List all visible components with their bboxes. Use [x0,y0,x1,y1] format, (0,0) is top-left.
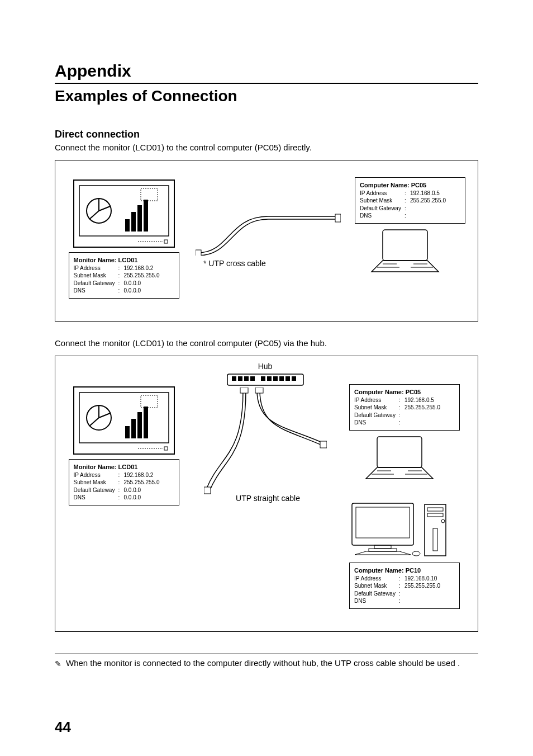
svg-rect-37 [250,376,255,381]
svg-rect-54 [356,507,410,538]
monitor-block: Monitor Name: LCD01 IP Address:192.168.0… [66,177,181,299]
svg-rect-32 [164,447,168,450]
svg-rect-46 [204,487,211,494]
page-root: Appendix Examples of Connection Direct c… [0,0,533,756]
desktop-icon [349,498,450,559]
svg-rect-9 [137,205,142,231]
page-number: 44 [55,719,71,736]
svg-rect-12 [164,240,168,243]
svg-rect-14 [335,214,341,222]
figure-direct: Monitor Name: LCD01 IP Address:192.168.0… [55,160,478,322]
heading-appendix: Appendix [55,62,478,81]
svg-rect-59 [427,508,443,511]
svg-rect-30 [144,407,148,438]
computer-title: Computer Name: PC05 [360,181,460,190]
svg-rect-2 [141,188,158,201]
svg-rect-0 [74,180,174,247]
svg-line-6 [89,211,99,219]
hub-label: Hub [258,362,273,371]
svg-line-5 [99,206,110,211]
svg-point-61 [441,519,445,523]
monitor-info: Monitor Name: LCD01 IP Address:192.168.0… [69,459,179,505]
figure-row: Monitor Name: LCD01 IP Address:192.168.0… [66,177,467,299]
monitor-title: Monitor Name: LCD01 [74,463,174,471]
svg-rect-39 [267,376,272,381]
svg-rect-60 [427,513,443,517]
svg-line-26 [89,418,99,426]
pencil-icon: ✎ [55,658,61,668]
laptop-icon [366,227,444,277]
figure-row: Monitor Name: LCD01 IP Address:192.168.0… [66,362,467,609]
heading-direct: Direct connection [55,129,478,140]
svg-rect-34 [232,376,236,381]
cable-label: * UTP cross cable [203,259,266,268]
svg-rect-7 [125,219,130,231]
svg-rect-8 [131,212,136,231]
footnote-text: When the monitor is connected to the com… [66,658,460,668]
svg-rect-62 [433,528,437,551]
svg-rect-42 [285,376,290,381]
svg-rect-47 [320,441,327,448]
computer-info: Computer Name: PC05 IP Address:192.168.0… [355,177,465,224]
cable-label: UTP straight cable [236,494,300,503]
hub-block: Hub [187,362,344,503]
svg-rect-22 [141,395,158,408]
svg-rect-43 [292,376,296,381]
computer-block: Computer Name: PC05 IP Address:192.168.0… [355,177,467,277]
svg-rect-27 [125,426,130,438]
computer-b: Computer Name: PC10 IP Address:192.168.0… [349,498,460,609]
monitor-block: Monitor Name: LCD01 IP Address:192.168.0… [66,384,181,505]
svg-rect-21 [79,393,169,443]
svg-rect-13 [196,250,201,256]
heading-examples: Examples of Connection [55,87,478,105]
monitor-icon [68,177,180,250]
computer-info: Computer Name: PC10 IP Address:192.168.0… [349,563,460,609]
heading-rule: Appendix [55,62,478,84]
computers-block: Computer Name: PC05 IP Address:192.168.0… [349,384,467,609]
svg-rect-1 [79,186,169,236]
svg-rect-55 [374,545,391,549]
svg-rect-56 [369,549,397,551]
svg-rect-28 [131,419,136,438]
laptop-icon [360,434,439,484]
paragraph-direct: Connect the monitor (LCD01) to the contr… [55,143,478,152]
footnote-rule [55,653,478,654]
svg-rect-44 [240,388,248,393]
monitor-info: Monitor Name: LCD01 IP Address:192.168.0… [69,252,179,299]
computer-a: Computer Name: PC05 IP Address:192.168.0… [349,384,460,485]
svg-point-57 [412,551,420,556]
paragraph-hub: Connect the monitor (LCD01) to the contr… [55,338,478,348]
svg-rect-36 [244,376,249,381]
cable-icon [196,177,341,256]
cable-branch-icon [204,388,327,499]
svg-rect-41 [279,376,284,381]
monitor-title: Monitor Name: LCD01 [74,256,174,264]
svg-rect-40 [273,376,278,381]
svg-rect-10 [144,200,148,231]
svg-rect-58 [425,504,446,556]
footnote: ✎ When the monitor is connected to the c… [55,658,478,668]
svg-rect-20 [74,387,174,454]
svg-rect-53 [352,503,413,545]
svg-rect-45 [255,388,263,393]
computer-info: Computer Name: PC05 IP Address:192.168.0… [349,384,460,431]
cable-block: * UTP cross cable [187,177,349,268]
svg-rect-35 [238,376,242,381]
monitor-icon [68,384,180,457]
figure-hub: Monitor Name: LCD01 IP Address:192.168.0… [55,356,478,632]
svg-rect-29 [137,412,142,438]
svg-rect-15 [383,230,427,261]
svg-rect-48 [377,437,422,467]
svg-line-25 [99,413,110,418]
svg-rect-38 [261,376,265,381]
hub-icon [226,371,304,388]
